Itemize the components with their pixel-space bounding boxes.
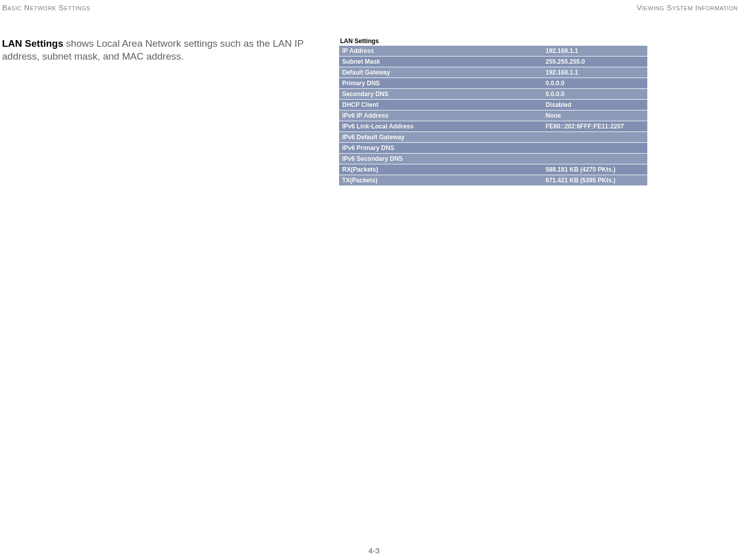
table-row: Secondary DNS 0.0.0.0 [339,89,647,100]
table-row: IPv6 Default Gateway [339,132,647,143]
description-bold: LAN Settings [2,38,63,49]
row-value: 192.168.1.1 [543,67,647,78]
description-text: LAN Settings shows Local Area Network se… [2,38,331,63]
description-column: LAN Settings shows Local Area Network se… [2,38,331,186]
header-left: Basic Network Settings [2,3,90,12]
row-value: FE80::202:6FFF:FE11:2207 [543,121,647,132]
row-label: IPv6 Link-Local Address [339,121,543,132]
table-row: DHCP Client Disabled [339,100,647,110]
row-value: 671.421 KB (5395 PKts.) [543,175,647,186]
row-label: IPv6 Secondary DNS [339,154,543,164]
table-row: RX(Packets) 588.181 KB (4270 PKts.) [339,164,647,175]
lan-settings-table: IP Address 192.168.1.1 Subnet Mask 255.2… [339,46,647,186]
row-label: IPv6 IP Address [339,110,543,121]
row-label: IPv6 Primary DNS [339,143,543,154]
row-value: 0.0.0.0 [543,89,647,100]
table-column: LAN Settings IP Address 192.168.1.1 Subn… [339,38,647,186]
content-area: LAN Settings shows Local Area Network se… [0,12,748,186]
page-number: 4-3 [368,546,380,555]
row-value: 588.181 KB (4270 PKts.) [543,164,647,175]
row-label: TX(Packets) [339,175,543,186]
table-row: TX(Packets) 671.421 KB (5395 PKts.) [339,175,647,186]
row-label: IP Address [339,46,543,57]
row-value: 0.0.0.0 [543,78,647,89]
row-label: Default Gateway [339,67,543,78]
row-value: 255.255.255.0 [543,57,647,67]
row-value [543,143,647,154]
row-value [543,132,647,143]
row-value: Disabled [543,100,647,110]
row-label: Primary DNS [339,78,543,89]
row-label: Secondary DNS [339,89,543,100]
table-row: IPv6 Primary DNS [339,143,647,154]
row-label: IPv6 Default Gateway [339,132,543,143]
table-title: LAN Settings [339,38,647,45]
table-row: IPv6 Link-Local Address FE80::202:6FFF:F… [339,121,647,132]
table-row: IPv6 IP Address None [339,110,647,121]
table-row: IPv6 Secondary DNS [339,154,647,164]
table-row: IP Address 192.168.1.1 [339,46,647,57]
row-label: Subnet Mask [339,57,543,67]
table-row: Primary DNS 0.0.0.0 [339,78,647,89]
header-right: Viewing System Information [637,3,738,12]
row-label: DHCP Client [339,100,543,110]
table-row: Subnet Mask 255.255.255.0 [339,57,647,67]
row-value: None [543,110,647,121]
row-value [543,154,647,164]
row-value: 192.168.1.1 [543,46,647,57]
row-label: RX(Packets) [339,164,543,175]
page-header: Basic Network Settings Viewing System In… [0,0,748,12]
table-row: Default Gateway 192.168.1.1 [339,67,647,78]
